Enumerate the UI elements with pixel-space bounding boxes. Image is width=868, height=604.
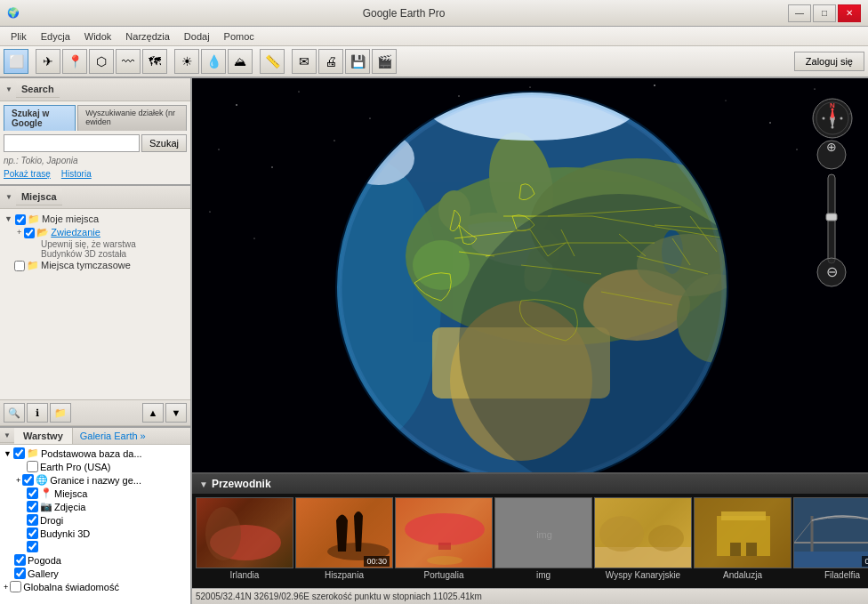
water-button[interactable]: 💧 (201, 49, 226, 74)
checkbox-gallery[interactable] (14, 568, 26, 579)
menu-help[interactable]: Pomoc (217, 29, 261, 44)
checkbox-awareness[interactable] (10, 581, 21, 592)
menu-add[interactable]: Dodaj (177, 29, 217, 44)
save-image-button[interactable]: 💾 (345, 49, 370, 74)
search-links: Pokaż trasę Historia (4, 167, 187, 181)
svg-point-8 (726, 101, 727, 101)
svg-point-26 (413, 240, 470, 290)
add-placemark-button[interactable]: 📍 (62, 49, 87, 74)
search-input[interactable] (4, 134, 140, 152)
tab-google-search[interactable]: Szukaj w Google (4, 105, 76, 131)
layer-gallery: Gallery (4, 567, 187, 580)
checkbox-temp-places[interactable] (14, 261, 25, 271)
search-button[interactable]: Szukaj (141, 134, 187, 152)
expand-zwiedzanie-icon[interactable]: + (16, 227, 22, 238)
tour-item-portugal[interactable]: Portugalia (395, 497, 493, 584)
main-toolbar: ⬜ ✈ 📍 ⬡ 〰 🗺 ☀ 💧 ⛰ 📏 ✉ 🖨 💾 🎬 Zaloguj się (0, 46, 868, 78)
expand-awareness-icon[interactable]: + (4, 583, 8, 592)
add-polygon-button[interactable]: ⬡ (89, 49, 114, 74)
checkbox-empty[interactable] (27, 541, 38, 552)
tour-bar: ▼ Przewodnik Irlandia (192, 472, 868, 588)
tab-gallery[interactable]: Galeria Earth » (73, 428, 153, 444)
layer-3d-label: Budynki 3D (40, 528, 90, 539)
menu-view[interactable]: Widok (77, 29, 119, 44)
checkbox-borders[interactable] (22, 474, 34, 486)
layers-expand[interactable]: ▼ (0, 429, 14, 443)
maximize-button[interactable]: □ (813, 4, 836, 22)
zwiedzanie-sublabel1: Upewnij się, że warstwa (16, 239, 187, 249)
expand-my-places-icon[interactable]: ▼ (4, 213, 13, 224)
layers-content: ▼ 📁 Podstawowa baza da... Earth Pro (USA… (0, 445, 190, 604)
checkbox-3d-buildings[interactable] (27, 527, 38, 539)
compass-widget[interactable]: N (813, 99, 852, 138)
svg-point-3 (370, 118, 371, 119)
tour-collapse-icon[interactable]: ▼ (199, 479, 208, 489)
history-link[interactable]: Historia (61, 169, 92, 179)
window-controls: — □ ✕ (788, 4, 861, 22)
minimize-button[interactable]: — (788, 4, 811, 22)
search-header[interactable]: ▼ Search (0, 78, 190, 101)
tour-item-philadelphia[interactable]: 00:26 Filadelfia (793, 497, 868, 584)
email-button[interactable]: ✉ (292, 49, 317, 74)
add-path-button[interactable]: 〰 (116, 49, 141, 74)
sun-button[interactable]: ☀ (174, 49, 199, 74)
print-button[interactable]: 🖨 (318, 49, 343, 74)
checkbox-places[interactable] (27, 487, 38, 499)
checkbox-base[interactable] (13, 447, 25, 459)
tour-item-canary[interactable]: Wyspy Kanaryjskie (594, 497, 692, 584)
svg-rect-91 (746, 543, 757, 556)
thumb-portugal (395, 497, 493, 568)
tour-item-andalucia[interactable]: Andaluzja (694, 497, 792, 584)
login-button[interactable]: Zaloguj się (794, 52, 864, 71)
globe-view[interactable]: N ⊕ (192, 78, 868, 472)
places-icon: 📍 (40, 487, 52, 499)
expand-temp-icon (4, 260, 12, 262)
checkbox-weather[interactable] (14, 554, 26, 566)
svg-point-86 (648, 525, 684, 552)
move-down-button[interactable]: ▼ (165, 403, 187, 423)
places-header[interactable]: ▼ Miejsca (0, 186, 190, 209)
checkbox-earthpro[interactable] (27, 461, 38, 472)
tree-temp-places: 📁 Miejsca tymczasowe (4, 259, 187, 272)
tour-item-spain[interactable]: 00:30 Hiszpania (295, 497, 393, 584)
layers-section: ▼ Warstwy Galeria Earth » ▼ 📁 Podstawowa… (0, 426, 190, 604)
layer-places-label: Miejsca (54, 488, 87, 499)
svg-text:img: img (536, 529, 552, 540)
terrain-button[interactable]: ⛰ (228, 49, 253, 74)
tour-label-img: img (536, 570, 551, 580)
tour-duration-philadelphia: 00:26 (862, 556, 868, 567)
expand-base-icon[interactable]: ▼ (4, 449, 12, 458)
tab-parcels-search[interactable]: Wyszukiwanie działek (nr ewiden (77, 105, 187, 131)
tab-layers[interactable]: Warstwy (14, 428, 73, 444)
movie-button[interactable]: 🎬 (372, 49, 397, 74)
svg-point-1 (236, 104, 237, 106)
search-places-button[interactable]: 🔍 (4, 403, 25, 423)
add-overlay-button[interactable]: 🗺 (142, 49, 167, 74)
folder-base-icon: 📁 (27, 447, 39, 459)
menu-tools[interactable]: Narzędzia (118, 29, 177, 44)
globe-container: N ⊕ (192, 78, 868, 472)
show-route-link[interactable]: Pokaż trasę (4, 169, 51, 179)
info-button[interactable]: ℹ (27, 403, 48, 423)
places-section: ▼ Miejsca ▼ 📁 Moje miejsca + 📂 Zwiedzan (0, 186, 190, 399)
checkbox-zwiedzanie[interactable] (24, 228, 35, 238)
move-up-button[interactable]: ▲ (142, 403, 164, 423)
layer-base: ▼ 📁 Podstawowa baza da... (4, 447, 187, 460)
expand-borders-icon[interactable]: + (16, 476, 20, 485)
checkbox-photos[interactable] (27, 501, 38, 512)
checkbox-roads[interactable] (27, 514, 38, 526)
map-view-button[interactable]: ⬜ (4, 49, 28, 74)
close-button[interactable]: ✕ (838, 4, 861, 22)
tour-item-ireland[interactable]: Irlandia (196, 497, 293, 584)
svg-rect-90 (730, 543, 741, 556)
places-content: ▼ 📁 Moje miejsca + 📂 Zwiedzanie Upewnij … (0, 209, 190, 399)
new-folder-button[interactable]: 📁 (50, 403, 71, 423)
tour-item-img[interactable]: img img (494, 497, 592, 584)
fly-to-button[interactable]: ✈ (36, 49, 60, 74)
zwiedzanie-label[interactable]: Zwiedzanie (51, 227, 100, 238)
checkbox-my-places[interactable] (15, 214, 26, 225)
menu-file[interactable]: Plik (4, 29, 34, 44)
svg-point-74 (205, 507, 241, 560)
ruler-button[interactable]: 📏 (260, 49, 285, 74)
menu-edit[interactable]: Edycja (34, 29, 77, 44)
